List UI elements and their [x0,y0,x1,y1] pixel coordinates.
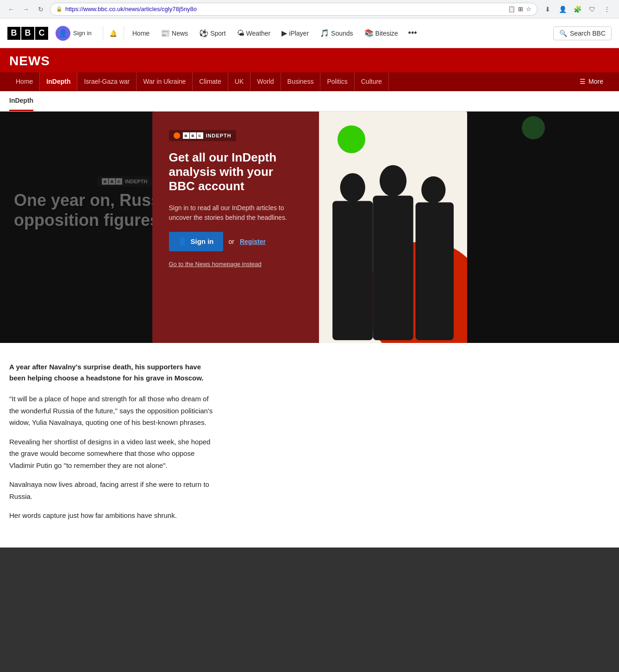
address-bar[interactable]: 🔒 https://www.bbc.co.uk/news/articles/cg… [50,3,538,16]
sub-nav-business[interactable]: Business [281,72,321,91]
extension-button[interactable]: 🧩 [571,3,584,16]
sub-nav-world[interactable]: World [250,72,281,91]
sign-in-button[interactable]: 👤 Sign in [56,26,92,41]
nav-item-home[interactable]: Home [128,26,154,41]
article-teaser: A year after Navalny's surprise death, h… [9,361,218,384]
modal-or-text: or [229,238,234,245]
profile-button[interactable]: 👤 [556,3,569,16]
browser-chrome: ← → ↻ 🔒 https://www.bbc.co.uk/news/artic… [0,0,619,19]
svg-point-2 [379,165,406,197]
bbc-logo-c: C [35,27,48,40]
user-icon: 👤 [178,237,187,246]
apps-button[interactable]: ⋮ [600,3,613,16]
star-icon: ☆ [526,6,531,12]
search-icon: 🔍 [559,30,567,37]
download-button[interactable]: ⬇ [541,3,554,16]
modal-sign-in-label: Sign in [191,237,214,245]
modal-overlay: B B C INDEPTH Get all our InDepth analys… [0,112,619,343]
indepth-tab-bar: InDepth [0,91,619,112]
lock-icon: 🔒 [56,6,63,12]
news-title: NEWS [9,54,610,68]
nav-label-weather: Weather [246,30,271,37]
nav-item-sounds[interactable]: 🎵 Sounds [315,25,357,41]
shield-button[interactable]: 🛡 [586,3,599,16]
browser-right-icons: ⬇ 👤 🧩 🛡 ⋮ [541,3,613,16]
modal-left: B B C INDEPTH Get all our InDepth analys… [152,112,319,343]
modal-register-link[interactable]: Register [240,238,266,245]
news-header: NEWS [0,48,619,72]
modal-badge-bbc: B B C [183,132,203,139]
refresh-button[interactable]: ↻ [35,4,46,15]
modal-b1: B [183,132,189,139]
nav-divider [103,26,103,41]
modal-title: Get all our InDepth analysis with your B… [169,150,302,194]
sign-in-label: Sign in [73,30,92,37]
bbc-top-nav: B B C 👤 Sign in 🔔 Home 📰 News ⚽ Sport 🌤 … [0,19,619,48]
sub-nav-culture[interactable]: Culture [355,72,389,91]
sub-nav-more-button[interactable]: ☰ More [573,72,610,91]
sub-nav-israel-gaza[interactable]: Israel-Gaza war [77,72,137,91]
modal-badge-dot [174,132,180,139]
bbc-logo-b2: B [21,27,34,40]
article-paragraph-1: "It will be a place of hope and strength… [9,393,218,429]
modal-green-circle [338,125,365,153]
sport-icon: ⚽ [199,29,208,37]
modal-right-image [319,112,467,343]
sign-in-modal: B B C INDEPTH Get all our InDepth analys… [152,112,467,343]
svg-point-0 [340,173,365,202]
main-content: B B C INDEPTH One year on, Russia's oppo… [0,112,619,548]
iplayer-icon: ▶ [281,29,287,37]
nav-label-sounds: Sounds [331,30,353,37]
bitesize-icon: 📚 [364,29,374,37]
modal-b2: B [190,132,196,139]
sounds-icon: 🎵 [320,29,329,37]
back-button[interactable]: ← [6,4,17,15]
article-paragraph-3: Navalnaya now lives abroad, facing arres… [9,479,218,502]
grid-icon: ⊞ [518,6,523,12]
sub-nav-ukraine[interactable]: War in Ukraine [137,72,193,91]
indepth-tab[interactable]: InDepth [9,91,33,111]
modal-homepage-link[interactable]: Go to the News homepage instead [169,261,302,268]
modal-people-area [319,158,467,343]
sub-nav-climate[interactable]: Climate [193,72,228,91]
article-paragraph-4: Her words capture just how far ambitions… [9,510,218,522]
nav-label-news: News [172,30,188,37]
svg-rect-3 [373,196,413,340]
more-label: More [588,78,603,85]
modal-description: Sign in to read all our InDepth articles… [169,203,302,223]
sub-nav-politics[interactable]: Politics [320,72,354,91]
modal-badge-text: INDEPTH [206,133,231,138]
modal-sign-in-button[interactable]: 👤 Sign in [169,232,223,251]
bbc-logo-b1: B [7,27,20,40]
bookmark-icon: 📋 [508,6,515,12]
forward-button[interactable]: → [20,4,31,15]
modal-people-svg [319,158,467,343]
svg-rect-5 [415,202,453,340]
modal-indepth-badge: B B C INDEPTH [169,130,236,141]
nav-item-iplayer[interactable]: ▶ iPlayer [277,25,313,41]
article-body: A year after Navalny's surprise death, h… [0,343,619,548]
nav-label-iplayer: iPlayer [289,30,309,37]
nav-item-bitesize[interactable]: 📚 Bitesize [360,25,403,41]
bbc-logo[interactable]: B B C [7,27,48,40]
hamburger-icon: ☰ [580,78,586,85]
sub-nav-home[interactable]: Home [9,72,40,91]
nav-label-bitesize: Bitesize [375,30,398,37]
top-nav-items: Home 📰 News ⚽ Sport 🌤 Weather ▶ iPlayer … [128,25,553,42]
svg-point-4 [421,176,445,203]
nav-item-sport[interactable]: ⚽ Sport [194,25,230,41]
nav-item-weather[interactable]: 🌤 Weather [232,25,275,41]
top-nav-more-button[interactable]: ••• [405,25,421,42]
news-icon: 📰 [161,29,170,37]
sub-nav-uk[interactable]: UK [228,72,250,91]
nav-label-sport: Sport [210,30,225,37]
nav-label-home: Home [132,30,150,37]
nav-item-news[interactable]: 📰 News [156,25,193,41]
more-dots-icon: ••• [408,28,417,37]
notification-button[interactable]: 🔔 [107,27,120,40]
nav-divider-2 [124,26,124,41]
article-paragraph-2: Revealing her shortlist of designs in a … [9,436,218,472]
sub-nav-indepth[interactable]: InDepth [40,72,77,91]
search-bbc-button[interactable]: 🔍 Search BBC [553,26,612,40]
article-hero: B B C INDEPTH One year on, Russia's oppo… [0,112,619,343]
